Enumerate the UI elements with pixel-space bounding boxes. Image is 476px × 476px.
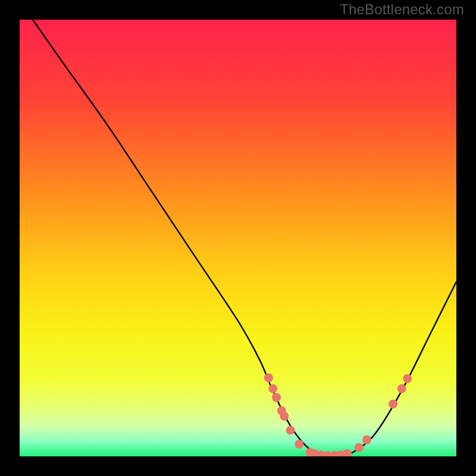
data-marker — [397, 384, 406, 393]
watermark-text: TheBottleneck.com — [340, 1, 464, 18]
data-marker — [286, 425, 295, 434]
data-marker — [280, 412, 289, 421]
data-marker — [295, 440, 303, 449]
data-marker — [343, 449, 352, 458]
data-marker — [362, 436, 371, 444]
chart-frame: TheBottleneck.com — [0, 0, 476, 476]
data-marker — [403, 374, 412, 383]
bottleneck-chart — [0, 0, 476, 476]
data-marker — [355, 443, 364, 452]
gradient-background — [20, 20, 456, 456]
data-marker — [268, 384, 277, 393]
data-marker — [272, 393, 281, 402]
data-marker — [389, 399, 397, 408]
data-marker — [264, 373, 273, 382]
